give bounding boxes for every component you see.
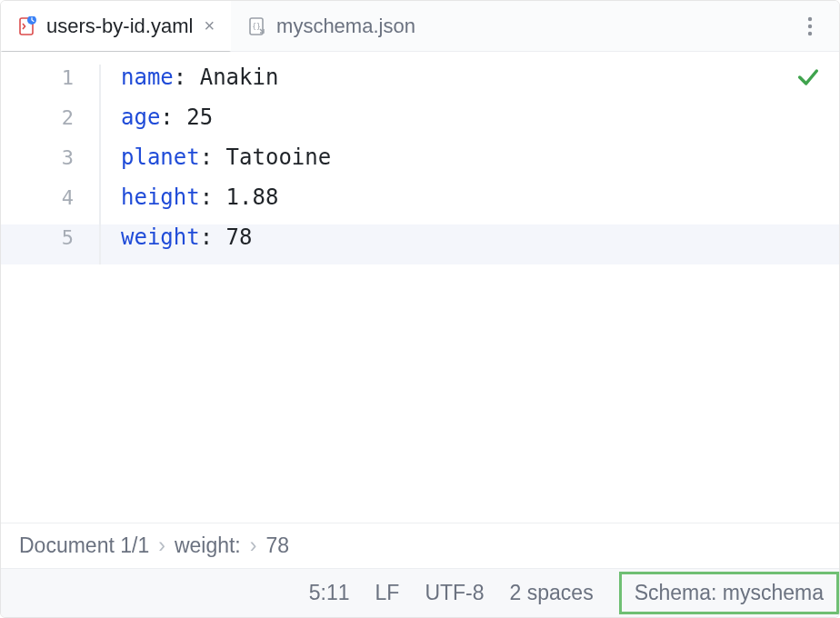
breadcrumb-document[interactable]: Document 1/1	[19, 533, 149, 558]
validation-ok-icon	[795, 65, 821, 95]
editor-lines: 1 name: Anakin 2 age: 25 3 planet: Tatoo…	[1, 52, 839, 264]
json-file-icon: {}	[247, 16, 267, 36]
editor-line[interactable]: 4 height: 1.88	[1, 184, 839, 224]
tab-myschema-json[interactable]: {} myschema.json	[231, 1, 432, 51]
editor-line[interactable]: 5 weight: 78	[1, 224, 839, 264]
tab-options-button[interactable]	[794, 10, 826, 43]
code-editor[interactable]: 1 name: Anakin 2 age: 25 3 planet: Tatoo…	[1, 52, 839, 523]
line-separator[interactable]: LF	[375, 581, 400, 605]
tab-users-by-id-yaml[interactable]: users-by-id.yaml ×	[1, 1, 231, 51]
yaml-file-icon	[17, 16, 37, 36]
tab-label: myschema.json	[276, 15, 415, 38]
line-number: 3	[1, 146, 99, 169]
breadcrumb: Document 1/1 › weight: › 78	[1, 523, 839, 568]
indent-setting[interactable]: 2 spaces	[510, 581, 594, 605]
file-encoding[interactable]: UTF-8	[425, 581, 484, 605]
chevron-right-icon: ›	[158, 533, 165, 558]
editor-line[interactable]: 1 name: Anakin	[1, 65, 839, 105]
svg-point-4	[808, 16, 812, 20]
tab-bar: users-by-id.yaml × {} myschema.json	[1, 1, 839, 52]
code-content: weight: 78	[101, 224, 253, 250]
code-content: height: 1.88	[101, 184, 278, 210]
tab-label: users-by-id.yaml	[46, 15, 193, 38]
svg-point-5	[808, 24, 812, 27]
code-content: planet: Tatooine	[101, 145, 331, 170]
status-bar: 5:11 LF UTF-8 2 spaces Schema: myschema	[1, 568, 839, 617]
breadcrumb-value[interactable]: 78	[265, 533, 289, 558]
line-number: 5	[1, 226, 99, 249]
schema-indicator[interactable]: Schema: myschema	[619, 572, 839, 614]
breadcrumb-key[interactable]: weight:	[175, 533, 241, 558]
chevron-right-icon: ›	[250, 533, 257, 558]
line-number: 4	[1, 186, 99, 209]
close-icon[interactable]: ×	[204, 15, 215, 36]
line-number: 2	[1, 106, 99, 129]
svg-point-6	[808, 31, 812, 35]
editor-line[interactable]: 2 age: 25	[1, 105, 839, 145]
svg-text:{}: {}	[252, 23, 261, 31]
code-content: name: Anakin	[101, 65, 278, 90]
line-number: 1	[1, 66, 99, 89]
cursor-position[interactable]: 5:11	[309, 581, 350, 605]
code-content: age: 25	[101, 105, 213, 130]
editor-line[interactable]: 3 planet: Tatooine	[1, 145, 839, 184]
